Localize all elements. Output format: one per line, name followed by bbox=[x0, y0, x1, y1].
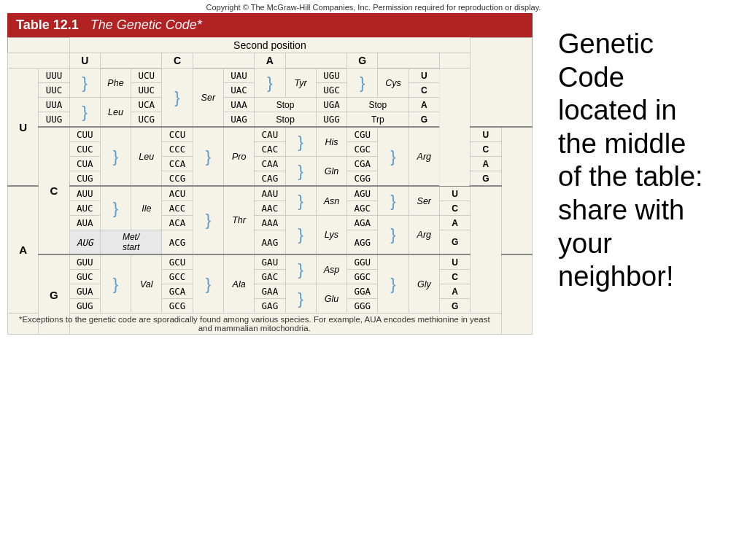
genetic-code-table: Second position U C A G bbox=[7, 37, 533, 335]
side-line-4: the middle bbox=[558, 128, 686, 159]
brace: } bbox=[193, 186, 223, 254]
table-row: AUA ACA AAA } Lys AGA } Arg A bbox=[8, 216, 533, 230]
codon-cell: UGA bbox=[316, 98, 347, 112]
brace: } bbox=[69, 69, 100, 98]
table-footnote: *Exceptions to the genetic code are spor… bbox=[8, 314, 502, 335]
first-pos-A: A bbox=[8, 186, 39, 314]
codon-cell: AGC bbox=[347, 201, 378, 216]
table-title-bar: Table 12.1 The Genetic Code* bbox=[7, 13, 533, 37]
third-pos-U: U bbox=[409, 69, 439, 83]
side-line-2: Code bbox=[558, 62, 624, 93]
amino-cell: Phe bbox=[100, 69, 131, 98]
third-pos-U: U bbox=[439, 254, 470, 270]
codon-cell: GAU bbox=[255, 254, 285, 270]
brace: } bbox=[100, 186, 131, 230]
third-pos-C: C bbox=[439, 201, 470, 216]
side-line-6: share with bbox=[558, 195, 684, 225]
brace: } bbox=[378, 254, 409, 314]
amino-cell: Ser bbox=[409, 186, 439, 216]
third-position-A-section bbox=[471, 186, 501, 314]
third-pos-C: C bbox=[439, 270, 470, 284]
brace: } bbox=[100, 254, 131, 314]
third-position-G-section bbox=[501, 254, 533, 335]
table-row: G GUU } Val GCU } Ala GAU } Asp GGU } Gl… bbox=[8, 254, 533, 270]
codon-cell: GCA bbox=[162, 284, 193, 299]
codon-cell: AGU bbox=[347, 186, 378, 201]
first-pos-U: U bbox=[8, 69, 39, 187]
amino-cell: Tyr bbox=[285, 69, 316, 98]
codon-cell: CUU bbox=[69, 127, 100, 142]
third-pos-C: C bbox=[471, 142, 501, 157]
codon-cell: CUA bbox=[69, 157, 100, 171]
stop-label: Stop bbox=[255, 98, 317, 112]
brace: } bbox=[285, 127, 316, 157]
brace: } bbox=[378, 186, 409, 216]
stop-box: Stop bbox=[255, 112, 317, 128]
col-header-A: A bbox=[255, 53, 285, 69]
codon-cell: GAA bbox=[255, 284, 285, 299]
codon-cell: CGG bbox=[347, 171, 378, 187]
third-pos-G: G bbox=[439, 299, 470, 314]
third-pos-G: G bbox=[439, 230, 470, 255]
table-row: AUC ACC AAC AGC C bbox=[8, 201, 533, 216]
brace: } bbox=[285, 254, 316, 284]
codon-cell: ACG bbox=[162, 230, 193, 255]
amino-cell: His bbox=[316, 127, 347, 157]
codon-cell: AGA bbox=[347, 216, 378, 230]
brace: } bbox=[285, 186, 316, 216]
codon-cell: GCU bbox=[162, 254, 193, 270]
codon-cell: CAG bbox=[255, 171, 285, 187]
codon-cell: ACU bbox=[162, 186, 193, 201]
second-position-label: Second position bbox=[69, 38, 471, 53]
table-row: GUG GCG GAG GGG G bbox=[8, 299, 533, 314]
codon-cell: CGU bbox=[347, 127, 378, 142]
amino-cell: Arg bbox=[409, 127, 439, 186]
amino-cell: Gly bbox=[409, 254, 439, 314]
codon-cell: GCG bbox=[162, 299, 193, 314]
codon-cell: GGA bbox=[347, 284, 378, 299]
third-pos-A: A bbox=[409, 98, 439, 112]
brace: } bbox=[69, 98, 100, 128]
codon-cell: AAG bbox=[255, 230, 285, 255]
codon-cell: GCC bbox=[162, 270, 193, 284]
codon-cell: GGG bbox=[347, 299, 378, 314]
codon-cell: GUA bbox=[69, 284, 100, 299]
codon-cell: UUC bbox=[131, 83, 162, 98]
codon-cell: GAG bbox=[255, 299, 285, 314]
codon-cell: ACC bbox=[162, 201, 193, 216]
codon-cell: UUG bbox=[39, 112, 69, 128]
amino-cell: Asn bbox=[316, 186, 347, 216]
third-pos-U: U bbox=[471, 127, 501, 142]
amino-cell: Val bbox=[131, 254, 162, 314]
side-line-1: Genetic bbox=[558, 28, 654, 59]
brace: } bbox=[285, 216, 316, 255]
codon-cell: CGC bbox=[347, 142, 378, 157]
codon-cell: AAU bbox=[255, 186, 285, 201]
third-pos-G: G bbox=[471, 171, 501, 187]
stop-label: Stop bbox=[347, 98, 409, 112]
codon-cell: UCG bbox=[131, 112, 162, 128]
codon-cell: CAA bbox=[255, 157, 285, 171]
table-row: GUA GCA GAA } Glu GGA A bbox=[8, 284, 533, 299]
col-header-G: G bbox=[347, 53, 378, 69]
codon-cell: CAU bbox=[255, 127, 285, 142]
col-header-C: C bbox=[162, 53, 193, 69]
third-pos-U: U bbox=[439, 186, 470, 201]
table-row: AUG Met/start ACG AAG AGG G bbox=[8, 230, 533, 255]
codon-cell: UUC bbox=[39, 83, 69, 98]
amino-cell: Asp bbox=[316, 254, 347, 284]
codon-cell: CCG bbox=[162, 171, 193, 187]
codon-cell: UGG bbox=[316, 112, 347, 128]
amino-cell: Arg bbox=[409, 216, 439, 255]
side-line-5: of the table: bbox=[558, 161, 703, 192]
side-text-panel: Genetic Code located in the middle of th… bbox=[540, 13, 747, 560]
codon-cell: AGG bbox=[347, 230, 378, 255]
codon-cell: CUG bbox=[69, 171, 100, 187]
col-header-U: U bbox=[69, 53, 100, 69]
codon-cell: AUU bbox=[69, 186, 100, 201]
table-row: U UUU } Phe UCU } Ser UAU } Tyr UGU } bbox=[8, 69, 533, 83]
codon-cell: UCA bbox=[131, 98, 162, 112]
amino-cell: Ala bbox=[223, 254, 254, 314]
codon-cell: UGU bbox=[316, 69, 347, 83]
codon-cell: UCU bbox=[131, 69, 162, 83]
